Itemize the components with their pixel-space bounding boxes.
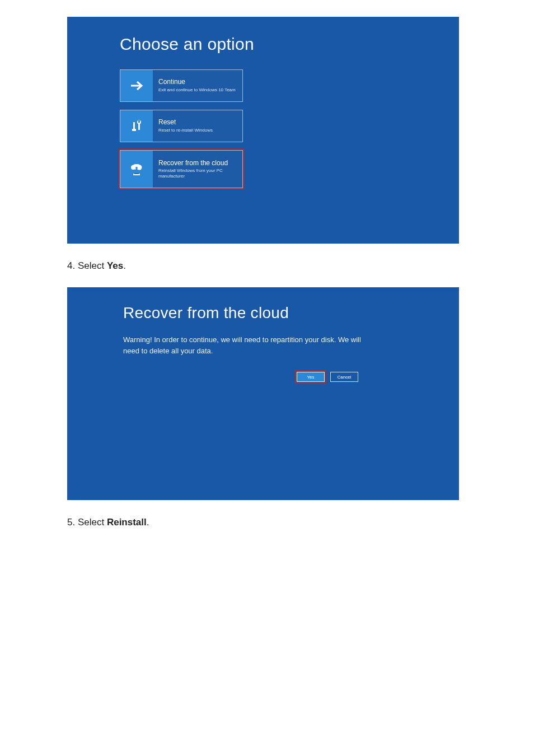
option-sub: Reset to re-install Windows xyxy=(158,128,238,133)
svg-point-8 xyxy=(137,165,142,170)
page-title: Recover from the cloud xyxy=(123,304,459,322)
svg-rect-12 xyxy=(134,173,139,174)
choose-option-screenshot: Choose an option Continue Exit and conti… xyxy=(67,17,459,244)
svg-rect-2 xyxy=(132,129,136,131)
yes-button[interactable]: Yes xyxy=(297,372,325,382)
step-number: 5. xyxy=(67,517,75,528)
svg-rect-9 xyxy=(136,167,138,171)
winre-panel: Recover from the cloud Warning! In order… xyxy=(67,287,459,500)
option-sub: Exit and continue to Windows 10 Team xyxy=(158,87,238,93)
option-title: Recover from the cloud xyxy=(158,160,238,167)
step-5: 5. Select Reinstall. xyxy=(67,517,534,528)
button-row: Yes Cancel xyxy=(297,372,459,382)
svg-marker-10 xyxy=(134,171,139,173)
cloud-download-icon xyxy=(120,151,153,188)
svg-rect-5 xyxy=(138,120,140,123)
button-label: Cancel xyxy=(338,375,352,380)
option-title: Reset xyxy=(158,119,238,127)
option-recover-cloud[interactable]: Recover from the cloud Reinstall Windows… xyxy=(120,150,243,188)
wrench-icon xyxy=(120,110,153,142)
step-bold: Reinstall xyxy=(107,517,147,528)
step-4: 4. Select Yes. xyxy=(67,260,534,272)
option-title: Continue xyxy=(158,78,238,86)
page-title: Choose an option xyxy=(120,35,459,54)
step-number: 4. xyxy=(67,260,75,271)
step-bold: Yes xyxy=(107,260,123,271)
option-continue[interactable]: Continue Exit and continue to Windows 10… xyxy=(120,69,243,102)
step-text-pre: Select xyxy=(78,517,107,528)
svg-point-7 xyxy=(131,165,135,170)
option-reset[interactable]: Reset Reset to re-install Windows xyxy=(120,110,243,142)
option-list: Continue Exit and continue to Windows 10… xyxy=(120,69,459,188)
step-text-pre: Select xyxy=(78,260,107,271)
winre-panel: Choose an option Continue Exit and conti… xyxy=(67,17,459,244)
step-text-post: . xyxy=(147,517,149,528)
recover-cloud-screenshot: Recover from the cloud Warning! In order… xyxy=(67,287,459,500)
option-sub: Reinstall Windows from your PC manufactu… xyxy=(158,168,238,179)
button-label: Yes xyxy=(307,375,314,380)
arrow-right-icon xyxy=(120,70,153,101)
cancel-button[interactable]: Cancel xyxy=(330,372,358,382)
warning-text: Warning! In order to continue, we will n… xyxy=(123,334,364,356)
step-text-post: . xyxy=(123,260,126,271)
